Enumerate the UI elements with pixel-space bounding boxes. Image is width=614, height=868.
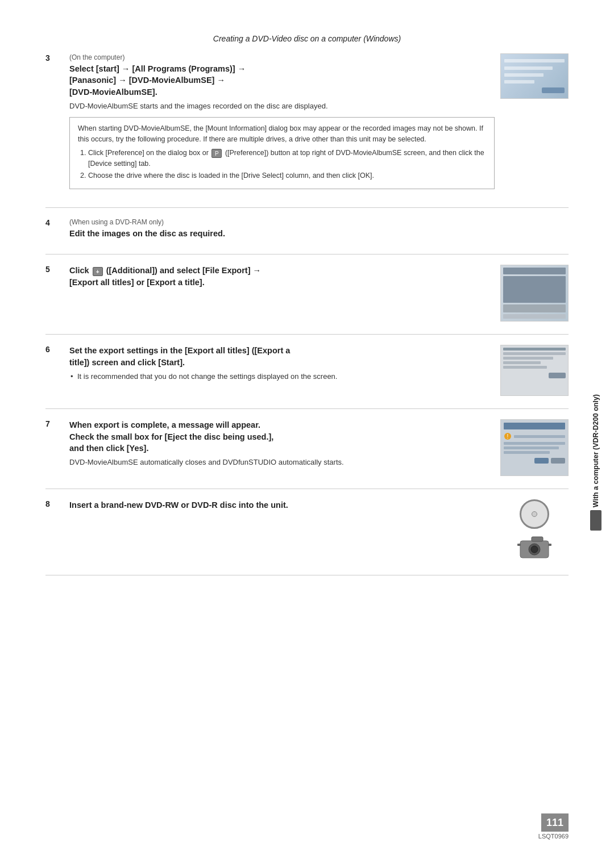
step-3-image	[500, 53, 569, 99]
preference-icon: P	[211, 149, 222, 158]
notice-item-2: Choose the drive where the disc is loade…	[88, 170, 486, 181]
step-5-title: Click + ([Additional]) and select [File …	[69, 265, 495, 288]
page-footer: 111 LSQT0969	[538, 813, 569, 840]
step-7-image: !	[500, 419, 569, 476]
notice-list: Click [Preference] on the dialog box or …	[88, 148, 486, 181]
divider-5	[45, 489, 569, 489]
page-number: 111	[541, 813, 569, 832]
step-4-content: (When using a DVD-RAM only) Edit the ima…	[69, 218, 569, 241]
step-4-title: Edit the images on the disc as required.	[69, 228, 569, 239]
step-7-content: When export is complete, a message will …	[69, 419, 495, 468]
camera-illustration	[515, 532, 554, 562]
step-8-block: 8 Insert a brand-new DVD-RW or DVD-R dis…	[45, 499, 569, 562]
step-8-number: 8	[45, 499, 50, 508]
sidebar-label: With a computer (VDR-D200 only)	[592, 394, 600, 507]
step-3-desc: DVD-MovieAlbumSE starts and the images r…	[69, 101, 495, 112]
step-4-sublabel: (When using a DVD-RAM only)	[69, 218, 569, 226]
step-6-content: Set the export settings in the [Export a…	[69, 345, 495, 382]
page-container: Creating a DVD-Video disc on a computer …	[0, 0, 614, 868]
svg-rect-6	[517, 544, 521, 546]
disc-inner	[532, 511, 537, 517]
divider-4	[45, 408, 569, 409]
divider-6	[45, 575, 569, 575]
notice-text: When starting DVD-MovieAlbumSE, the [Mou…	[78, 124, 483, 143]
divider-1	[45, 207, 569, 208]
step-3-content: (On the computer) Select [start] → [All …	[69, 53, 495, 195]
step-5-number: 5	[45, 265, 50, 274]
step-7-number: 7	[45, 419, 50, 428]
step-6-bullet: It is recommended that you do not change…	[69, 371, 495, 382]
step-8-title: Insert a brand-new DVD-RW or DVD-R disc …	[69, 499, 495, 511]
divider-3	[45, 334, 569, 335]
step-6-block: 6 Set the export settings in the [Export…	[45, 345, 569, 396]
step-3-block: 3 (On the computer) Select [start] → [Al…	[45, 53, 569, 195]
step-3-number: 3	[45, 53, 64, 62]
step-6-title: Set the export settings in the [Export a…	[69, 345, 495, 368]
disc-illustration	[520, 499, 549, 529]
notice-item-1: Click [Preference] on the dialog box or …	[88, 148, 486, 169]
step-4-number: 4	[45, 218, 50, 227]
step-7-title: When export is complete, a message will …	[69, 419, 495, 454]
additional-icon: +	[93, 267, 103, 276]
step-4-block: 4 (When using a DVD-RAM only) Edit the i…	[45, 218, 569, 241]
page-title: Creating a DVD-Video disc on a computer …	[45, 34, 569, 43]
step-6-image	[500, 345, 569, 396]
svg-rect-5	[532, 537, 543, 541]
step-3-notice: When starting DVD-MovieAlbumSE, the [Mou…	[69, 117, 495, 189]
step-3-sublabel: (On the computer)	[69, 53, 495, 61]
right-sidebar: With a computer (VDR-D200 only)	[588, 199, 604, 726]
page-code: LSQT0969	[538, 833, 569, 840]
warning-icon: !	[504, 432, 512, 440]
step-3-title: Select [start] → [All Programs (Programs…	[69, 63, 495, 98]
divider-2	[45, 254, 569, 254]
svg-point-4	[531, 546, 538, 553]
camera-svg	[515, 532, 554, 561]
svg-rect-7	[548, 544, 551, 546]
svg-text:!: !	[507, 433, 509, 440]
step-8-content: Insert a brand-new DVD-RW or DVD-R disc …	[69, 499, 495, 513]
step-5-image	[500, 265, 569, 322]
step-7-desc: DVD-MovieAlbumSE automatically closes an…	[69, 457, 495, 468]
step-8-image	[500, 499, 569, 562]
step-6-number: 6	[45, 345, 50, 354]
step-5-content: Click + ([Additional]) and select [File …	[69, 265, 495, 290]
step-7-block: 7 When export is complete, a message wil…	[45, 419, 569, 476]
sidebar-rect	[590, 510, 601, 531]
step-5-block: 5 Click + ([Additional]) and select [Fil…	[45, 265, 569, 322]
